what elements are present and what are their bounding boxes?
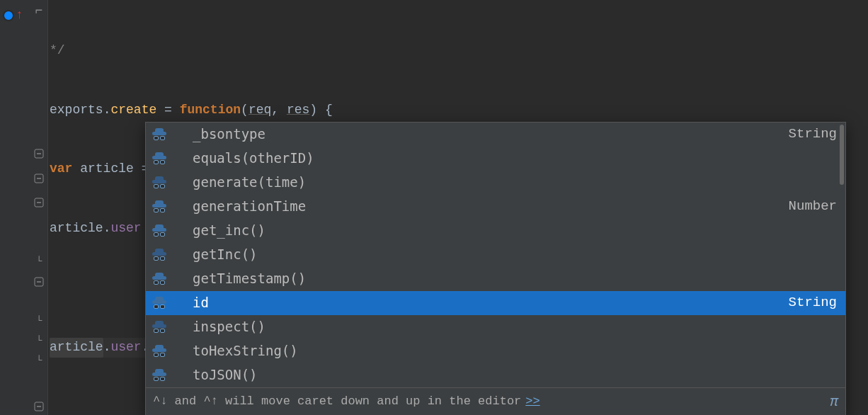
- spy-icon: [150, 174, 169, 192]
- code-line: exports.create = function(req, res) {: [50, 101, 333, 120]
- fold-end-icon: └: [34, 257, 44, 267]
- autocomplete-item[interactable]: equals(otherID): [146, 147, 845, 171]
- gutter-fold[interactable]: [0, 397, 48, 415]
- gutter-fold[interactable]: └: [0, 331, 48, 351]
- scrollbar-thumb[interactable]: [840, 125, 844, 185]
- autocomplete-item[interactable]: idString: [146, 291, 845, 315]
- fold-minus-icon: [34, 149, 44, 159]
- autocomplete-item[interactable]: toJSON(): [146, 363, 845, 387]
- gutter-fold[interactable]: [0, 272, 48, 292]
- autocomplete-item[interactable]: get_inc(): [146, 219, 845, 243]
- gutter-fold[interactable]: └: [0, 351, 48, 371]
- spy-icon: [150, 125, 169, 144]
- autocomplete-item-label: generationTime: [193, 196, 789, 217]
- autocomplete-item[interactable]: generationTimeNumber: [146, 195, 845, 219]
- gutter-fold[interactable]: [0, 144, 48, 164]
- spy-icon: [150, 270, 169, 288]
- autocomplete-item[interactable]: getTimestamp(): [146, 267, 845, 291]
- code-line: */: [50, 41, 333, 61]
- gutter-fold[interactable]: [0, 169, 48, 188]
- autocomplete-footer: ^↓ and ^↑ will move caret down and up in…: [146, 387, 845, 415]
- autocomplete-item-label: _bsontype: [193, 124, 789, 144]
- spy-icon: [150, 246, 169, 264]
- spy-icon: [150, 222, 169, 240]
- autocomplete-item-type: String: [789, 292, 837, 313]
- impl-mark-icon: [3, 10, 14, 21]
- gutter-fold[interactable]: └: [0, 312, 48, 331]
- footer-more-link[interactable]: >>: [525, 392, 539, 411]
- spy-icon: [150, 198, 169, 216]
- autocomplete-item-label: toJSON(): [193, 365, 837, 385]
- spy-icon: [150, 294, 169, 312]
- autocomplete-item[interactable]: generate(time): [146, 171, 845, 195]
- gutter-fold[interactable]: └: [0, 252, 48, 272]
- gutter-fold[interactable]: [0, 193, 48, 212]
- fold-minus-icon: [34, 198, 44, 208]
- autocomplete-item-label: id: [193, 292, 789, 313]
- autocomplete-item-type: String: [789, 124, 837, 144]
- autocomplete-item-label: toHexString(): [193, 341, 837, 361]
- fold-end-icon: └: [34, 336, 44, 346]
- autocomplete-item-label: getTimestamp(): [193, 268, 837, 289]
- autocomplete-item-label: get_inc(): [193, 220, 837, 241]
- fold-minus-icon: [34, 277, 44, 287]
- fold-minus-icon: [34, 174, 44, 183]
- pi-icon[interactable]: π: [830, 391, 838, 413]
- autocomplete-list[interactable]: _bsontypeStringequals(otherID)generate(t…: [146, 123, 845, 387]
- autocomplete-item-label: equals(otherID): [193, 148, 837, 169]
- autocomplete-item[interactable]: getInc(): [146, 243, 845, 267]
- fold-minus-icon: [34, 402, 44, 411]
- autocomplete-item-label: generate(time): [193, 172, 837, 193]
- footer-hint: ^↓ and ^↑ will move caret down and up in…: [153, 392, 521, 411]
- autocomplete-popup: _bsontypeStringequals(otherID)generate(t…: [145, 122, 846, 415]
- editor-gutter: ⌐ ↑ └ └ └ └: [0, 0, 48, 415]
- spy-icon: [150, 149, 169, 168]
- autocomplete-item[interactable]: _bsontypeString: [146, 123, 845, 147]
- spy-icon: [150, 342, 169, 360]
- autocomplete-item-label: getInc(): [193, 244, 837, 265]
- autocomplete-item[interactable]: inspect(): [146, 315, 845, 339]
- autocomplete-item-type: Number: [789, 196, 837, 217]
- spy-icon: [150, 318, 169, 336]
- gutter-marker[interactable]: ↑: [0, 6, 48, 25]
- autocomplete-item[interactable]: toHexString(): [146, 339, 845, 363]
- fold-end-icon: └: [34, 356, 44, 366]
- autocomplete-item-label: inspect(): [193, 317, 837, 337]
- spy-icon: [150, 366, 169, 385]
- fold-end-icon: └: [34, 317, 44, 326]
- override-up-icon: ↑: [16, 6, 23, 25]
